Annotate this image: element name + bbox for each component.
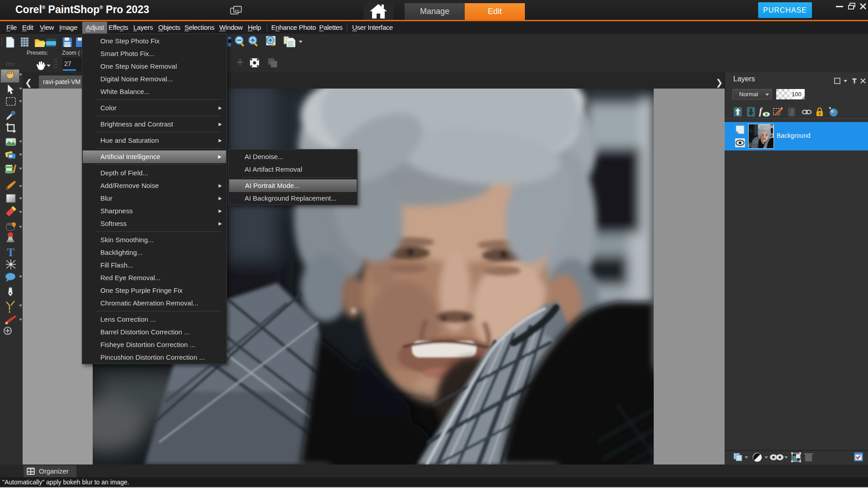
svg-text:f: f [759,107,763,117]
svg-text:J: J [790,108,793,116]
svg-text:T: T [7,246,14,259]
svg-text:100: 100 [792,91,802,98]
